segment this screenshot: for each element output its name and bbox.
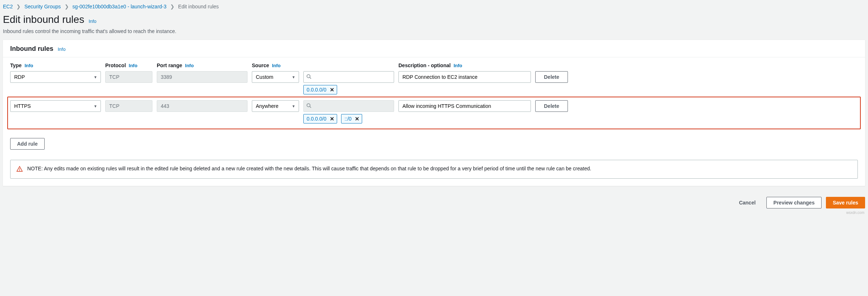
save-rules-button[interactable]: Save rules: [826, 197, 865, 208]
alert-text: NOTE: Any edits made on existing rules w…: [27, 165, 591, 173]
delete-button[interactable]: Delete: [535, 71, 568, 83]
svg-point-0: [307, 74, 310, 78]
chevron-right-icon: ❯: [170, 4, 175, 9]
header-type: Type Info: [10, 62, 101, 68]
header-description: Description - optional Info: [398, 62, 531, 68]
svg-point-11: [20, 170, 20, 171]
breadcrumb-current: Edit inbound rules: [178, 4, 219, 9]
cidr-row: 0.0.0.0/0: [10, 85, 858, 94]
header-source: Source Info: [252, 62, 299, 68]
cidr-value: 0.0.0.0/0: [307, 87, 327, 93]
search-icon: [306, 74, 311, 80]
header-description-label: Description - optional: [398, 62, 451, 68]
source-mode-select[interactable]: Custom: [252, 71, 299, 83]
source-search-input[interactable]: [303, 71, 394, 83]
header-protocol-info[interactable]: Info: [129, 63, 138, 68]
rule-row: HTTPS ▼ Anywhere ▼: [10, 100, 858, 112]
source-search-input: [303, 100, 394, 112]
rule-row: RDP ▼ Custom ▼ Delete: [10, 71, 858, 83]
port-field: [157, 100, 247, 112]
cidr-value: ::/0: [344, 116, 351, 122]
add-rule-button[interactable]: Add rule: [10, 138, 45, 150]
chevron-right-icon: ❯: [65, 4, 69, 9]
warning-icon: [16, 166, 23, 173]
page-description: Inbound rules control the incoming traff…: [3, 28, 865, 34]
cidr-value: 0.0.0.0/0: [307, 116, 327, 122]
footer-actions: Cancel Preview changes Save rules: [0, 192, 868, 211]
rule-highlight-box: HTTPS ▼ Anywhere ▼: [7, 97, 861, 129]
inbound-rules-panel: Inbound rules Info Type Info Protocol In…: [3, 40, 865, 186]
delete-button[interactable]: Delete: [535, 100, 568, 112]
header-description-info[interactable]: Info: [454, 63, 462, 68]
cidr-row: 0.0.0.0/0 ::/0: [10, 114, 858, 123]
cidr-tag: ::/0: [341, 114, 362, 123]
svg-line-5: [310, 106, 311, 108]
breadcrumb-sg-detail[interactable]: sg-002fe10b00db3a1e0 - launch-wizard-3: [73, 4, 167, 9]
header-port: Port range Info: [157, 62, 247, 68]
remove-cidr-icon[interactable]: [330, 88, 334, 92]
remove-cidr-icon[interactable]: [330, 117, 334, 121]
svg-line-1: [310, 77, 311, 79]
header-type-info[interactable]: Info: [25, 63, 33, 68]
page-title: Edit inbound rules: [3, 14, 84, 25]
port-field: [157, 71, 247, 83]
type-select[interactable]: RDP: [10, 71, 101, 83]
header-source-info[interactable]: Info: [272, 63, 281, 68]
warning-alert: NOTE: Any edits made on existing rules w…: [10, 160, 858, 179]
svg-point-4: [307, 104, 310, 107]
cidr-tag: 0.0.0.0/0: [303, 85, 337, 94]
search-icon: [306, 103, 311, 109]
protocol-field: [105, 100, 152, 112]
header-type-label: Type: [10, 62, 22, 68]
panel-title: Inbound rules: [10, 45, 53, 53]
breadcrumb-ec2[interactable]: EC2: [3, 4, 13, 9]
description-input[interactable]: [398, 71, 531, 83]
remove-cidr-icon[interactable]: [355, 117, 359, 121]
header-port-info[interactable]: Info: [185, 63, 194, 68]
header-port-label: Port range: [157, 62, 182, 68]
description-input[interactable]: [398, 100, 531, 112]
panel-info-link[interactable]: Info: [58, 46, 66, 52]
breadcrumb: EC2 ❯ Security Groups ❯ sg-002fe10b00db3…: [0, 0, 868, 12]
column-headers: Type Info Protocol Info Port range Info …: [10, 62, 858, 68]
cidr-tag: 0.0.0.0/0: [303, 114, 337, 123]
header-source-label: Source: [252, 62, 269, 68]
header-protocol: Protocol Info: [105, 62, 152, 68]
protocol-field: [105, 71, 152, 83]
breadcrumb-security-groups[interactable]: Security Groups: [24, 4, 61, 9]
source-mode-select[interactable]: Anywhere: [252, 100, 299, 112]
header-protocol-label: Protocol: [105, 62, 126, 68]
preview-changes-button[interactable]: Preview changes: [766, 197, 822, 208]
chevron-right-icon: ❯: [16, 4, 21, 9]
type-select[interactable]: HTTPS: [10, 100, 101, 112]
page-info-link[interactable]: Info: [89, 19, 97, 24]
credit-text: wsxdn.com: [0, 211, 868, 215]
page-header: Edit inbound rules Info Inbound rules co…: [0, 12, 868, 40]
cancel-button[interactable]: Cancel: [732, 197, 762, 208]
